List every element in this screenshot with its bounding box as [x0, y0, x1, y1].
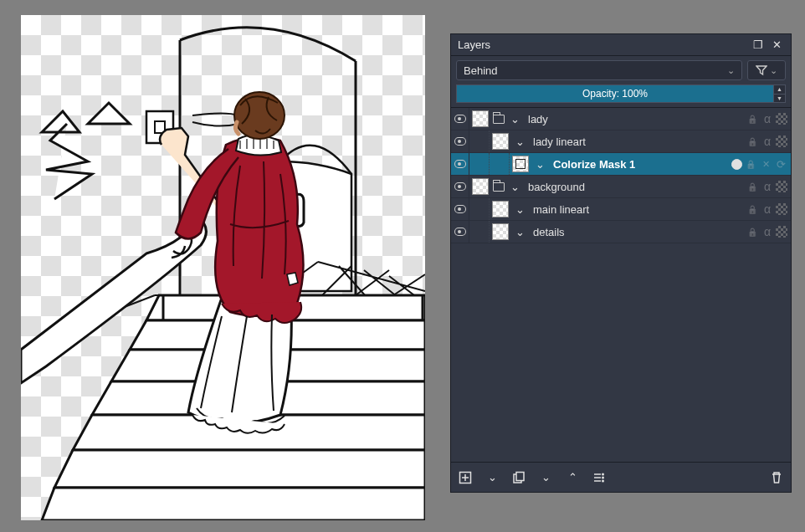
add-layer-button[interactable]	[458, 470, 473, 485]
add-layer-menu-chevron[interactable]: ⌄	[485, 470, 500, 485]
layer-controls-row: Behind ⌄ ⌄	[451, 56, 791, 84]
svg-point-6	[602, 473, 604, 475]
layer-properties-button[interactable]	[592, 470, 607, 485]
spinner-down-icon[interactable]: ▼	[774, 95, 785, 103]
lock-icon[interactable]	[746, 180, 759, 193]
layer-name-label[interactable]: main lineart	[528, 203, 746, 216]
alpha-icon[interactable]	[761, 112, 774, 125]
visibility-toggle[interactable]	[451, 176, 469, 197]
layer-row[interactable]: ⌄main lineart	[451, 198, 791, 221]
alpha-icon[interactable]	[761, 225, 774, 238]
svg-point-2	[234, 92, 285, 139]
layer-thumbnail	[492, 133, 509, 150]
dots-icon[interactable]	[776, 181, 787, 192]
expand-toggle[interactable]: ⌄	[513, 135, 526, 148]
blend-mode-dropdown[interactable]: Behind ⌄	[456, 60, 742, 80]
tree-indent	[469, 130, 490, 152]
eye-icon	[454, 137, 466, 146]
expand-toggle[interactable]: ⌄	[533, 157, 546, 171]
layer-thumbnail	[472, 110, 489, 127]
delete-layer-button[interactable]	[769, 470, 784, 485]
tree-indent	[469, 153, 490, 175]
folder-icon	[493, 182, 505, 192]
lock-icon[interactable]	[746, 225, 759, 238]
duplicate-layer-button[interactable]	[511, 470, 526, 485]
layer-filter-button[interactable]: ⌄	[747, 60, 786, 80]
layer-name-label[interactable]: lady	[523, 113, 746, 125]
lock-icon[interactable]	[746, 202, 759, 216]
layer-name-label[interactable]: details	[528, 226, 746, 238]
canvas-artwork	[21, 15, 425, 520]
eye-icon	[454, 228, 466, 236]
opacity-spinner[interactable]: ▲ ▼	[774, 84, 786, 103]
funnel-icon	[756, 64, 767, 76]
docker-titlebar[interactable]: Layers ❐ ✕	[451, 34, 791, 56]
layer-name-label[interactable]: lady lineart	[528, 136, 746, 148]
tree-indent	[469, 198, 490, 220]
opacity-label: Opacity: 100%	[582, 88, 648, 100]
layer-row[interactable]: ⌄background	[451, 176, 791, 198]
alpha-icon[interactable]	[761, 202, 774, 216]
opacity-row: Opacity: 100% ▲ ▼	[451, 84, 791, 107]
spinner-up-icon[interactable]: ▲	[774, 85, 785, 95]
float-docker-icon[interactable]: ❐	[751, 38, 766, 53]
layer-flags	[746, 180, 791, 193]
move-layer-up-button[interactable]: ⌃	[565, 470, 580, 485]
layer-flags	[746, 112, 791, 125]
lock-icon[interactable]	[746, 112, 759, 125]
visibility-toggle[interactable]	[451, 130, 469, 152]
move-layer-down-button[interactable]: ⌄	[538, 470, 553, 485]
dots-icon[interactable]	[776, 113, 787, 125]
chevron-down-icon: ⌄	[727, 65, 735, 76]
layer-thumbnail	[472, 178, 489, 195]
tree-indent	[469, 221, 490, 243]
svg-point-7	[602, 476, 604, 478]
visibility-toggle[interactable]	[451, 198, 469, 220]
lock-icon[interactable]	[744, 157, 757, 171]
eye-icon	[454, 205, 466, 213]
visibility-toggle[interactable]	[451, 153, 469, 175]
layer-flags	[746, 135, 791, 148]
layer-row[interactable]: ⌄lady lineart	[451, 130, 791, 153]
layer-row[interactable]: ⌄details	[451, 221, 791, 243]
layer-row[interactable]: ⌄lady	[451, 108, 791, 130]
dots-icon[interactable]	[776, 203, 787, 215]
chevron-down-icon: ⌄	[770, 65, 777, 76]
tree-indent	[490, 153, 510, 175]
eye-icon	[454, 115, 466, 123]
expand-toggle[interactable]: ⌄	[508, 180, 521, 193]
dots-icon[interactable]	[776, 226, 787, 238]
alpha-icon[interactable]	[761, 180, 774, 193]
folder-icon	[493, 115, 505, 124]
x-icon[interactable]	[759, 157, 772, 171]
layers-docker: Layers ❐ ✕ Behind ⌄ ⌄ Opacity: 100% ▲ ▼ …	[450, 33, 792, 493]
layer-row[interactable]: ⌄Colorize Mask 1	[451, 153, 791, 176]
eye-icon	[454, 182, 466, 191]
layer-name-label[interactable]: Colorize Mask 1	[548, 158, 731, 171]
layer-name-label[interactable]: background	[523, 181, 746, 193]
layer-thumbnail	[492, 201, 509, 217]
blend-mode-value: Behind	[464, 64, 497, 77]
svg-rect-5	[516, 472, 524, 480]
dots-icon[interactable]	[776, 136, 787, 147]
visibility-toggle[interactable]	[451, 108, 469, 130]
opacity-slider[interactable]: Opacity: 100%	[456, 84, 774, 103]
expand-toggle[interactable]: ⌄	[508, 112, 521, 125]
expand-toggle[interactable]: ⌄	[513, 225, 526, 238]
alpha-icon[interactable]	[761, 135, 774, 148]
circle-icon[interactable]	[731, 159, 742, 170]
docker-footer: ⌄ ⌄ ⌃	[451, 462, 791, 492]
expand-toggle[interactable]: ⌄	[513, 202, 526, 216]
eye-icon	[454, 160, 466, 168]
layer-thumbnail	[512, 156, 529, 172]
refresh-icon[interactable]	[774, 157, 787, 171]
layer-flags	[746, 225, 791, 238]
layer-list[interactable]: ⌄lady⌄lady lineart⌄Colorize Mask 1⌄backg…	[451, 107, 791, 462]
layer-flags	[731, 157, 791, 171]
canvas-viewport[interactable]	[21, 15, 425, 520]
visibility-toggle[interactable]	[451, 221, 469, 243]
lock-icon[interactable]	[746, 135, 759, 148]
close-docker-icon[interactable]: ✕	[769, 38, 784, 53]
layer-thumbnail	[492, 223, 509, 240]
layer-flags	[746, 202, 791, 216]
